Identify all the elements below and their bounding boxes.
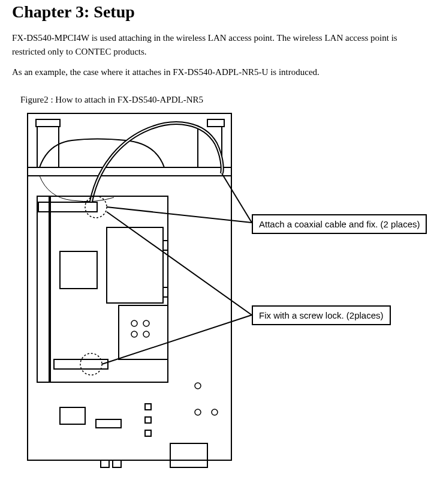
svg-rect-12: [37, 196, 50, 382]
svg-rect-25: [96, 419, 121, 428]
svg-rect-1: [36, 119, 60, 127]
callout-screw: Fix with a screw lock. (2places): [252, 305, 391, 325]
svg-rect-24: [60, 407, 85, 424]
paragraph-1: FX-DS540-MPCI4W is used attaching in the…: [12, 31, 425, 58]
svg-rect-15: [163, 241, 168, 250]
figure-caption: Figure2 : How to attach in FX-DS540-APDL…: [20, 95, 425, 105]
svg-rect-28: [145, 430, 151, 436]
svg-rect-9: [38, 202, 97, 212]
svg-line-38: [102, 315, 252, 364]
svg-line-35: [107, 207, 252, 223]
svg-rect-13: [60, 251, 97, 289]
svg-rect-26: [145, 404, 151, 410]
svg-point-31: [212, 409, 218, 415]
svg-rect-14: [107, 227, 163, 303]
svg-point-20: [143, 331, 149, 337]
callout-coax: Attach a coaxial cable and fix. (2 place…: [252, 214, 427, 234]
svg-line-37: [107, 212, 252, 315]
svg-rect-16: [163, 287, 168, 297]
svg-point-30: [195, 409, 201, 415]
svg-point-18: [143, 320, 149, 326]
svg-rect-33: [101, 460, 109, 467]
paragraph-2: As an example, the case where it attache…: [12, 65, 425, 79]
svg-rect-2: [207, 119, 224, 127]
svg-point-29: [195, 383, 201, 389]
chapter-title: Chapter 3: Setup: [12, 2, 425, 22]
svg-rect-32: [170, 443, 207, 467]
svg-rect-21: [119, 305, 168, 359]
svg-rect-34: [113, 460, 121, 467]
svg-rect-27: [145, 417, 151, 423]
svg-point-17: [131, 320, 137, 326]
svg-point-19: [131, 331, 137, 337]
svg-line-36: [222, 173, 252, 223]
setup-diagram: Attach a coaxial cable and fix. (2 place…: [12, 107, 425, 479]
